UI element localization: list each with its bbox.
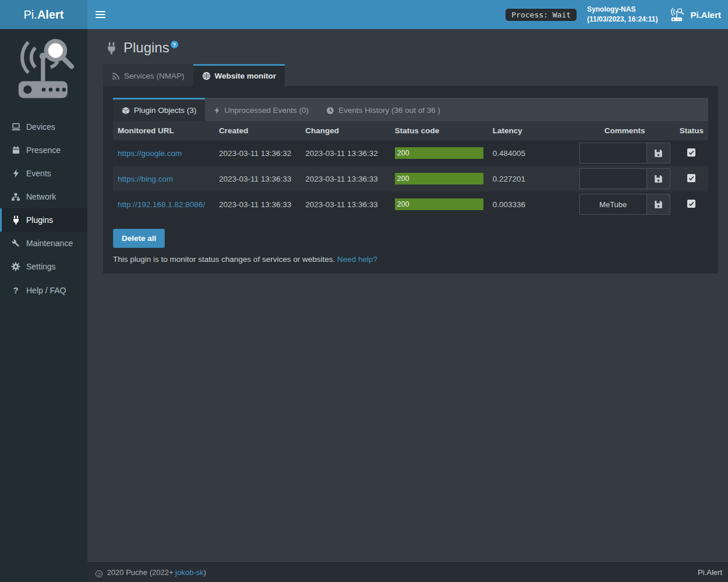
tab-unprocessed-events[interactable]: Unprocessed Events (0) bbox=[205, 98, 317, 121]
sidebar-item-label: Maintenance bbox=[26, 239, 73, 248]
plugin-description: This plugin is to monitor status changes… bbox=[113, 255, 708, 264]
status-checkbox[interactable] bbox=[687, 200, 695, 208]
latency-cell: 0.003336 bbox=[488, 191, 575, 217]
changed-cell: 2023-03-11 13:36:33 bbox=[301, 191, 390, 217]
latency-cell: 0.227201 bbox=[488, 166, 575, 191]
sidebar-item-devices[interactable]: Devices bbox=[0, 115, 87, 139]
router-scan-icon bbox=[668, 7, 685, 22]
monitored-url-link[interactable]: https://google.com bbox=[118, 149, 182, 158]
footer-brand: Pi.Alert bbox=[698, 568, 722, 577]
status-checkbox[interactable] bbox=[687, 148, 695, 157]
sidebar-item-label: Help / FAQ bbox=[26, 286, 66, 295]
plugin-content-tabs: Plugin Objects (3) Unprocessed Events (0… bbox=[113, 98, 708, 121]
footer-credit-text: 2020 Puche (2022+ bbox=[107, 568, 174, 577]
column-header-comments: Comments bbox=[575, 121, 675, 140]
jokob-sk-link[interactable]: jokob-sk bbox=[175, 568, 203, 577]
plugin-description-text: This plugin is to monitor status changes… bbox=[113, 255, 335, 264]
plugin-tabs: Services (NMAP) Website monitor bbox=[103, 64, 719, 86]
sidebar-item-help-faq[interactable]: ? Help / FAQ bbox=[0, 278, 87, 302]
save-icon bbox=[654, 175, 663, 183]
help-badge[interactable]: ? bbox=[171, 41, 178, 48]
table-header-row: Monitored URL Created Changed Status cod… bbox=[113, 121, 708, 140]
delete-all-button[interactable]: Delete all bbox=[113, 229, 165, 248]
sidebar-item-maintenance[interactable]: Maintenance bbox=[0, 232, 87, 255]
sidebar-item-label: Presence bbox=[26, 146, 61, 155]
cube-icon bbox=[122, 107, 130, 115]
column-header-status-code: Status code bbox=[390, 121, 488, 140]
tab-label: Website monitor bbox=[215, 72, 277, 80]
pialert-logo-image bbox=[0, 29, 87, 107]
monitored-url-cell: http://192.168.1.82:8086/ bbox=[113, 191, 214, 217]
save-icon bbox=[654, 149, 663, 158]
sidebar-item-presence[interactable]: Presence bbox=[0, 139, 87, 162]
tab-events-history[interactable]: Events History (36 out of 36 ) bbox=[317, 98, 449, 121]
app-logo[interactable]: Pi.Alert bbox=[0, 0, 87, 29]
footer: ɔ 2020 Puche (2022+ jokob-sk) Pi.Alert bbox=[87, 562, 728, 582]
check-icon bbox=[688, 175, 695, 182]
save-comment-button[interactable] bbox=[647, 143, 670, 164]
status-cell bbox=[675, 166, 708, 191]
clock-icon bbox=[326, 107, 334, 115]
sidebar-item-plugins[interactable]: Plugins bbox=[0, 208, 87, 232]
laptop-icon bbox=[10, 122, 21, 132]
sidebar-item-label: Devices bbox=[26, 122, 55, 132]
tab-website-monitor[interactable]: Website monitor bbox=[193, 64, 285, 86]
calendar-icon bbox=[10, 146, 21, 155]
save-comment-button[interactable] bbox=[647, 194, 670, 215]
page-header: Plugins ? bbox=[96, 35, 719, 64]
host-timestamp: (11/03/2023, 16:24:11) bbox=[587, 15, 658, 24]
footer-credit-suffix: ) bbox=[204, 568, 206, 577]
status-code-cell: 200 bbox=[390, 191, 488, 217]
changed-cell: 2023-03-11 13:36:33 bbox=[301, 166, 390, 191]
status-cell bbox=[675, 140, 708, 166]
comments-cell bbox=[575, 191, 675, 217]
tab-plugin-objects[interactable]: Plugin Objects (3) bbox=[113, 98, 205, 121]
globe-icon bbox=[202, 72, 211, 80]
host-info: Synology-NAS (11/03/2023, 16:24:11) bbox=[587, 5, 658, 24]
comment-input[interactable] bbox=[579, 194, 647, 215]
tab-label: Services (NMAP) bbox=[124, 72, 185, 80]
sidebar-item-label: Network bbox=[26, 192, 56, 201]
status-code-cell: 200 bbox=[390, 140, 488, 166]
status-cell bbox=[675, 191, 708, 217]
bolt-icon bbox=[214, 107, 220, 115]
monitored-url-cell: https://google.com bbox=[113, 140, 214, 166]
sidebar-item-events[interactable]: Events bbox=[0, 162, 87, 185]
table-body: https://google.com 2023-03-11 13:36:32 2… bbox=[113, 140, 708, 217]
wrench-icon bbox=[10, 239, 21, 248]
column-header-latency: Latency bbox=[488, 121, 575, 140]
tab-label: Unprocessed Events (0) bbox=[224, 106, 309, 115]
copyleft-icon: ɔ bbox=[96, 570, 103, 577]
tab-label: Plugin Objects (3) bbox=[134, 106, 196, 115]
check-icon bbox=[688, 149, 695, 156]
gear-icon bbox=[10, 262, 21, 271]
hamburger-icon bbox=[96, 9, 105, 20]
comments-cell bbox=[575, 166, 675, 191]
table-row: https://bing.com 2023-03-11 13:36:33 202… bbox=[113, 166, 708, 191]
sidebar-item-label: Plugins bbox=[26, 215, 53, 225]
sidebar-item-network[interactable]: Network bbox=[0, 185, 87, 208]
comments-cell bbox=[575, 140, 675, 166]
monitored-url-link[interactable]: http://192.168.1.82:8086/ bbox=[118, 200, 205, 209]
save-comment-button[interactable] bbox=[647, 168, 670, 189]
tab-services-nmap[interactable]: Services (NMAP) bbox=[103, 64, 193, 86]
status-code-bar: 200 bbox=[395, 147, 483, 159]
tab-label: Events History (36 out of 36 ) bbox=[338, 106, 440, 115]
comment-input-group bbox=[579, 168, 670, 189]
need-help-link[interactable]: Need help? bbox=[337, 255, 377, 264]
sidebar-toggle-button[interactable] bbox=[87, 0, 114, 29]
comment-input[interactable] bbox=[579, 143, 647, 164]
status-code-bar: 200 bbox=[395, 173, 483, 184]
footer-credits: ɔ 2020 Puche (2022+ jokob-sk) bbox=[96, 568, 206, 577]
comment-input-group bbox=[579, 143, 670, 164]
sidebar-item-settings[interactable]: Settings bbox=[0, 255, 87, 278]
process-status-badge: Process: Wait bbox=[506, 9, 577, 21]
status-checkbox[interactable] bbox=[687, 174, 695, 182]
comment-input[interactable] bbox=[579, 168, 647, 189]
navbar: Process: Wait Synology-NAS (11/03/2023, … bbox=[87, 0, 728, 29]
created-cell: 2023-03-11 13:36:33 bbox=[214, 166, 301, 191]
monitored-url-link[interactable]: https://bing.com bbox=[118, 175, 173, 183]
comment-input-group bbox=[579, 194, 670, 215]
app-logo-text: Pi.Alert bbox=[24, 8, 64, 22]
question-icon: ? bbox=[10, 285, 21, 295]
